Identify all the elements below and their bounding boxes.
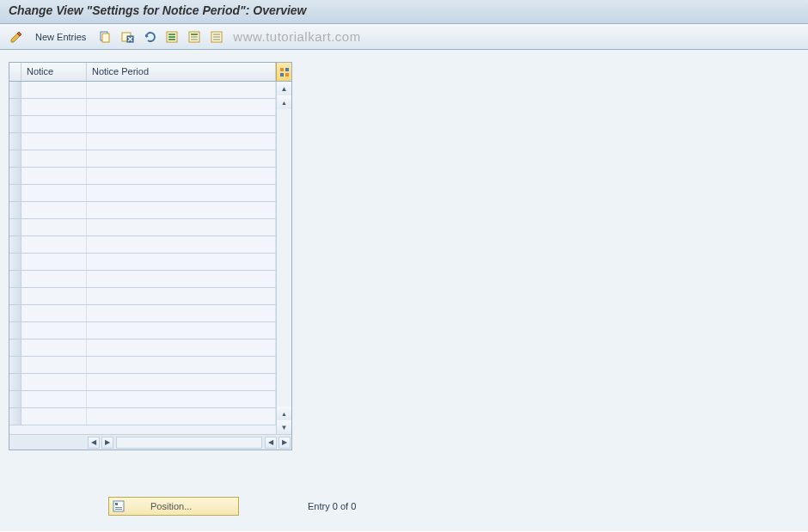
row-marker[interactable]	[9, 185, 21, 201]
column-header-notice[interactable]: Notice	[21, 63, 87, 81]
table-row[interactable]	[9, 116, 276, 133]
cell-notice[interactable]	[21, 322, 87, 339]
cell-period[interactable]	[87, 288, 276, 304]
row-marker[interactable]	[9, 305, 21, 321]
scroll-right-end-button[interactable]: ▶	[279, 437, 291, 449]
row-marker[interactable]	[9, 150, 21, 167]
table-config-button[interactable]	[276, 63, 291, 81]
row-marker[interactable]	[9, 271, 21, 287]
cell-notice[interactable]	[21, 357, 87, 373]
table-row[interactable]	[9, 305, 276, 322]
cell-notice[interactable]	[21, 339, 87, 356]
cell-period[interactable]	[87, 82, 276, 98]
table-row[interactable]	[9, 339, 276, 357]
cell-notice[interactable]	[21, 168, 87, 184]
hscroll-track[interactable]	[116, 437, 262, 449]
table-row[interactable]	[9, 82, 276, 99]
cell-period[interactable]	[87, 99, 276, 115]
row-marker[interactable]	[9, 357, 21, 373]
cell-notice[interactable]	[21, 219, 87, 235]
row-marker[interactable]	[9, 116, 21, 132]
cell-period[interactable]	[87, 116, 276, 132]
table-row[interactable]	[9, 271, 276, 288]
cell-notice[interactable]	[21, 185, 87, 201]
vertical-scrollbar[interactable]: ▲ ▲ ▲ ▼	[276, 82, 291, 434]
row-marker[interactable]	[9, 288, 21, 304]
cell-notice[interactable]	[21, 305, 87, 321]
table-row[interactable]	[9, 391, 276, 408]
cell-notice[interactable]	[21, 374, 87, 390]
cell-notice[interactable]	[21, 116, 87, 132]
column-header-period[interactable]: Notice Period	[87, 63, 276, 81]
table-row[interactable]	[9, 185, 276, 202]
scroll-right-button[interactable]: ◀	[265, 437, 277, 449]
row-marker[interactable]	[9, 99, 21, 115]
cell-notice[interactable]	[21, 408, 87, 425]
row-marker[interactable]	[9, 133, 21, 150]
scroll-left-end-button[interactable]: ◀	[88, 437, 100, 449]
cell-period[interactable]	[87, 391, 276, 407]
table-row[interactable]	[9, 288, 276, 305]
cell-period[interactable]	[87, 374, 276, 390]
cell-period[interactable]	[87, 322, 276, 339]
scroll-up-button[interactable]: ▲	[277, 82, 291, 95]
table-row[interactable]	[9, 322, 276, 339]
row-marker[interactable]	[9, 254, 21, 270]
table-row[interactable]	[9, 219, 276, 236]
cell-period[interactable]	[87, 271, 276, 287]
cell-notice[interactable]	[21, 82, 87, 98]
cell-period[interactable]	[87, 202, 276, 218]
scroll-up-step-button[interactable]: ▲	[277, 95, 291, 109]
cell-notice[interactable]	[21, 150, 87, 167]
select-block-button[interactable]	[185, 28, 204, 46]
cell-period[interactable]	[87, 408, 276, 425]
select-all-button[interactable]	[162, 28, 181, 46]
scroll-down-step-button[interactable]: ▲	[277, 407, 291, 420]
cell-period[interactable]	[87, 150, 276, 167]
cell-period[interactable]	[87, 168, 276, 184]
undo-button[interactable]	[140, 28, 159, 46]
delete-button[interactable]	[118, 28, 137, 46]
table-row[interactable]	[9, 202, 276, 219]
new-entries-button[interactable]: New Entries	[29, 28, 92, 46]
row-marker[interactable]	[9, 374, 21, 390]
horizontal-scrollbar[interactable]: ◀ ▶ ◀ ▶	[9, 434, 291, 449]
cell-notice[interactable]	[21, 99, 87, 115]
row-marker-header[interactable]	[9, 63, 21, 81]
cell-period[interactable]	[87, 305, 276, 321]
table-row[interactable]	[9, 357, 276, 374]
copy-button[interactable]	[95, 28, 114, 46]
table-row[interactable]	[9, 408, 276, 425]
cell-notice[interactable]	[21, 202, 87, 218]
row-marker[interactable]	[9, 339, 21, 356]
row-marker[interactable]	[9, 168, 21, 184]
row-marker[interactable]	[9, 236, 21, 253]
row-marker[interactable]	[9, 202, 21, 218]
cell-period[interactable]	[87, 236, 276, 253]
scroll-left-button[interactable]: ▶	[101, 437, 113, 449]
table-row[interactable]	[9, 99, 276, 116]
row-marker[interactable]	[9, 322, 21, 339]
table-row[interactable]	[9, 150, 276, 168]
table-row[interactable]	[9, 133, 276, 150]
cell-notice[interactable]	[21, 271, 87, 287]
deselect-all-button[interactable]	[207, 28, 226, 46]
cell-period[interactable]	[87, 254, 276, 270]
position-button[interactable]: Position...	[108, 497, 239, 516]
scroll-down-button[interactable]: ▼	[277, 420, 291, 434]
row-marker[interactable]	[9, 391, 21, 407]
table-row[interactable]	[9, 254, 276, 271]
row-marker[interactable]	[9, 82, 21, 98]
cell-period[interactable]	[87, 219, 276, 235]
row-marker[interactable]	[9, 408, 21, 425]
row-marker[interactable]	[9, 219, 21, 235]
cell-period[interactable]	[87, 357, 276, 373]
table-row[interactable]	[9, 374, 276, 391]
cell-period[interactable]	[87, 339, 276, 356]
cell-notice[interactable]	[21, 254, 87, 270]
cell-notice[interactable]	[21, 288, 87, 304]
cell-period[interactable]	[87, 185, 276, 201]
toggle-change-button[interactable]	[7, 28, 26, 46]
cell-notice[interactable]	[21, 133, 87, 150]
table-row[interactable]	[9, 236, 276, 254]
